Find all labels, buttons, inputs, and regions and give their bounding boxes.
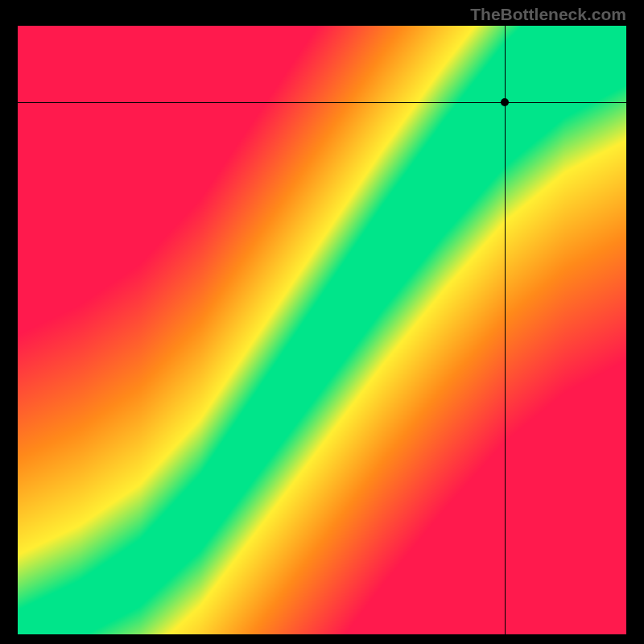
marker-dot [501,98,509,106]
chart-container: TheBottleneck.com [0,0,644,644]
heatmap-canvas [18,26,626,634]
crosshair-horizontal [18,102,626,103]
watermark-label: TheBottleneck.com [470,5,626,24]
crosshair-vertical [505,26,506,634]
heatmap-plot [18,26,626,634]
